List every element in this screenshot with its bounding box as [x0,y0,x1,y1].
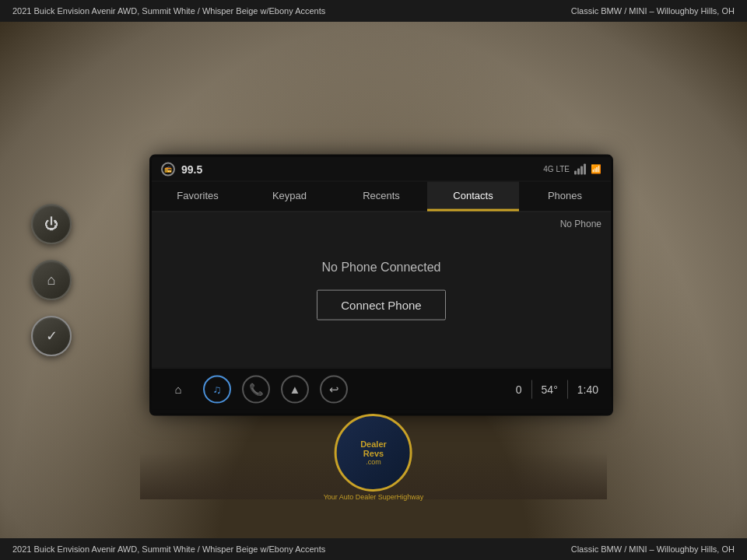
wifi-icon: 📶 [591,164,601,174]
dot-com-text: .com [366,458,381,466]
screen-status-bar: 📻 99.5 4G LTE 📶 [152,157,611,182]
temperature-display: 54° [542,383,558,395]
radio-symbol: 📻 [164,166,172,173]
no-phone-connected-text: No Phone Connected [322,260,441,274]
photo-background: ⏻ ⌂ ✓ 📻 99.5 4G LTE 📶 [0,22,747,538]
home-button[interactable]: ⌂ [31,260,72,300]
screen-main-content: No Phone No Phone Connected Connect Phon… [152,212,611,368]
nav-back-icon[interactable]: ↩ [320,375,348,403]
tab-contacts[interactable]: Contacts [427,182,519,212]
power-icon: ⏻ [44,216,58,233]
signal-bar-3 [580,166,583,174]
tab-phones[interactable]: Phones [519,182,611,212]
confirm-button[interactable]: ✓ [31,316,72,356]
time-display: 1:40 [577,383,598,395]
bottom-bar-right: Classic BMW / MINI – Willoughby Hills, O… [571,544,735,554]
nav-phone-icon[interactable]: 📞 [242,375,270,403]
top-bar: 2021 Buick Envision Avenir AWD, Summit W… [0,0,747,22]
signal-bar-1 [574,170,577,174]
navigation-tabs: Favorites Keypad Recents Contacts Phones [152,182,611,212]
signal-label: 4G LTE [543,165,570,173]
top-bar-right: Classic BMW / MINI – Willoughby Hills, O… [571,6,735,16]
infotainment-screen: 📻 99.5 4G LTE 📶 Favorites Keypad Recents… [152,157,611,414]
nav-music-icon[interactable]: ♫ [203,375,231,403]
radio-icon: 📻 [161,162,175,176]
bottom-bar-left: 2021 Buick Envision Avenir AWD, Summit W… [12,544,325,554]
watermark-line3: .com [366,458,381,466]
watermark: Dealer Revs .com Your Auto Dealer SuperH… [324,414,424,501]
watermark-line1: Dealer [360,439,387,449]
screen-bottom-right: 0 54° 1:40 [516,380,598,398]
signal-count: 0 [516,383,522,395]
home-icon: ⌂ [47,272,56,289]
tab-favorites[interactable]: Favorites [152,182,244,212]
signal-bar-4 [584,163,586,174]
watermark-circle: Dealer Revs .com [335,414,412,492]
check-icon: ✓ [46,327,58,345]
tab-recents[interactable]: Recents [335,182,427,212]
dealer-text: Dealer [360,439,387,449]
no-phone-status: No Phone [560,219,601,229]
connect-phone-button[interactable]: Connect Phone [317,289,445,320]
watermark-caption: Your Auto Dealer SuperHighway [324,493,424,501]
divider-1 [531,380,532,398]
signal-bar-2 [577,168,580,174]
tab-keypad[interactable]: Keypad [244,182,335,212]
left-control-panel: ⏻ ⌂ ✓ [31,204,72,356]
status-icons: 4G LTE 📶 [543,163,601,174]
top-bar-left: 2021 Buick Envision Avenir AWD, Summit W… [12,6,325,16]
nav-home-icon[interactable]: ⌂ [164,375,192,403]
revs-text: Revs [363,449,384,458]
watermark-line2: Revs [363,449,384,458]
divider-2 [567,380,568,398]
power-button[interactable]: ⏻ [31,204,72,244]
screen-bottom-nav: ⌂ ♫ 📞 ▲ ↩ 0 54° 1:40 [152,368,611,410]
frequency-display: 99.5 [181,163,202,175]
nav-navigation-icon[interactable]: ▲ [281,375,309,403]
signal-bars [574,163,586,174]
bottom-bar: 2021 Buick Envision Avenir AWD, Summit W… [0,538,747,560]
